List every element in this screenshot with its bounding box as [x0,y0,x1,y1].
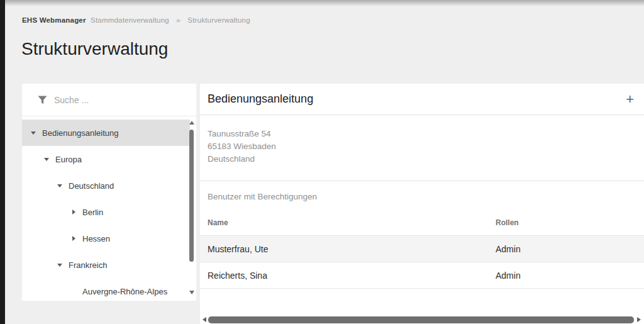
structure-tree: Bedienungsanleitung Europa Deutschland B… [22,120,190,301]
page-title: Strukturverwaltung [21,39,168,59]
tree-item-label: Europa [55,155,82,164]
add-button[interactable]: + [625,92,635,106]
chevron-down-icon[interactable] [30,131,36,135]
tree-item-hessen[interactable]: Hessen [22,225,190,252]
tree-item-bedienungsanleitung[interactable]: Bedienungsanleitung [22,120,190,146]
scroll-left-icon[interactable] [203,317,206,322]
scroll-down-icon[interactable] [189,291,194,294]
tree-item-label: Bedienungsanleitung [42,128,118,138]
horizontal-scrollbar-thumb[interactable] [208,316,634,323]
breadcrumb-separator: » [176,16,180,24]
table-row[interactable]: Reicherts, Sina Admin [200,262,644,289]
users-table-header: Name Rollen [200,211,644,236]
tree-item-label: Deutschland [69,181,114,191]
scroll-up-icon[interactable] [189,121,194,125]
detail-horizontal-scrollbar[interactable] [200,314,644,324]
window-edge-left [0,0,5,324]
tree-vertical-scrollbar[interactable] [188,118,196,298]
column-header-roles: Rollen [496,218,636,227]
breadcrumb-app-name[interactable]: EHS Webmanager [22,16,86,24]
window-edge-top-shadow [5,0,644,6]
chevron-down-icon[interactable] [57,184,63,187]
detail-title: Bedienungsanleitung [208,92,313,106]
address-block: Taunusstraße 54 65183 Wiesbaden Deutschl… [200,115,644,181]
tree-item-label: Auvergne-Rhône-Alpes [82,287,167,296]
tree-item-label: Hessen [82,234,110,243]
address-country: Deutschland [208,153,636,165]
search-input[interactable] [54,95,161,105]
chevron-right-icon[interactable] [70,209,77,215]
scroll-right-icon[interactable] [637,317,641,322]
tree-item-deutschland[interactable]: Deutschland [22,172,190,199]
users-section-label: Benutzer mit Berechtigungen [200,181,644,211]
user-name-cell: Reicherts, Sina [208,271,496,281]
tree-item-frankreich[interactable]: Frankreich [22,252,190,278]
chevron-down-icon[interactable] [43,158,50,161]
tree-item-berlin[interactable]: Berlin [22,199,190,225]
column-header-name: Name [208,218,496,227]
detail-panel-header: Bedienungsanleitung + [200,84,644,115]
filter-icon [38,96,47,104]
tree-item-auvergne-rhone-alpes[interactable]: Auvergne-Rhône-Alpes [22,278,190,301]
breadcrumb-current: Strukturverwaltung [187,16,250,24]
detail-panel: Bedienungsanleitung + Taunusstraße 54 65… [200,84,644,324]
chevron-down-icon[interactable] [57,264,63,267]
address-city: 65183 Wiesbaden [208,140,636,153]
tree-search-bar [22,84,196,116]
breadcrumb-section[interactable]: Stammdatenverwaltung [91,16,169,24]
user-roles-cell: Admin [496,244,636,254]
tree-item-europa[interactable]: Europa [22,146,190,172]
address-street: Taunusstraße 54 [208,128,636,140]
vertical-scrollbar-thumb[interactable] [189,130,194,262]
tree-item-label: Frankreich [69,260,107,270]
tree-item-label: Berlin [82,208,103,217]
breadcrumb: EHS Webmanager Stammdatenverwaltung » St… [22,16,250,24]
user-roles-cell: Admin [496,271,636,281]
table-row[interactable]: Musterfrau, Ute Admin [200,236,644,262]
structure-tree-panel: Bedienungsanleitung Europa Deutschland B… [22,84,196,301]
chevron-right-icon[interactable] [70,236,77,241]
user-name-cell: Musterfrau, Ute [208,244,496,254]
